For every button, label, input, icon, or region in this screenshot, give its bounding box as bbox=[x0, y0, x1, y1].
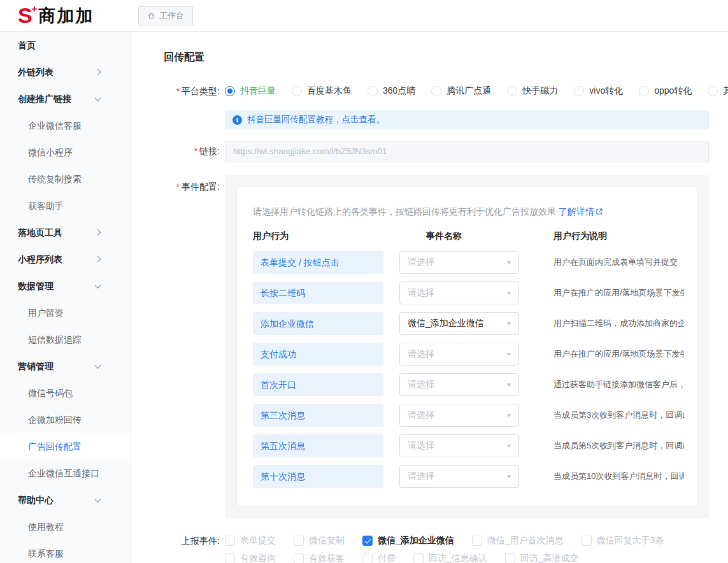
chevron-down-icon: ▼ bbox=[506, 443, 512, 448]
sidebar-item-wechat-number-pack[interactable]: 微信号码包 bbox=[0, 380, 131, 406]
checkbox-icon bbox=[225, 553, 235, 563]
checkbox-icon bbox=[582, 536, 592, 546]
radio-douyin[interactable]: 抖音巨量 bbox=[225, 85, 276, 97]
event-row-first-message: 首次开口 请选择▼ 通过获客助手链接添加微信客户后，当微... bbox=[253, 373, 684, 396]
checkbox-callback-info-confirm[interactable]: 回访_信息确认 bbox=[413, 553, 487, 563]
column-user-behavior: 用户行为 bbox=[253, 231, 383, 242]
link-row: *链接: https://wl.shangjiake.com/l/bZ5JN3s… bbox=[164, 141, 728, 162]
main-content: 回传配置 *平台类型: 抖音巨量 百度基木鱼 360点睛 腾讯广点通 快手磁力 … bbox=[131, 32, 728, 563]
checkbox-icon bbox=[362, 553, 373, 563]
behavior-pill[interactable]: 首次开口 bbox=[253, 373, 383, 396]
logo-s-mark: S bbox=[18, 4, 32, 26]
sidebar-item-data-management[interactable]: 数据管理 bbox=[0, 273, 131, 299]
sidebar-item-wecom-fans-callback[interactable]: 企微加粉回传 bbox=[0, 406, 131, 433]
behavior-pill[interactable]: 第三次消息 bbox=[253, 404, 383, 427]
tutorial-notice[interactable]: i 抖音巨量回传配置教程，点击查看。 bbox=[225, 110, 709, 129]
platform-radio-group: 抖音巨量 百度基木鱼 360点睛 腾讯广点通 快手磁力 vivo转化 oppo转… bbox=[225, 81, 728, 101]
sidebar-item-contact-support[interactable]: 联系客服 bbox=[0, 540, 131, 563]
checkbox-wechat-copy[interactable]: 微信复制 bbox=[294, 535, 345, 546]
sidebar-item-user-leads[interactable]: 用户留资 bbox=[0, 299, 131, 326]
event-select[interactable]: 微信_添加企业微信▼ bbox=[399, 312, 519, 335]
radio-icon bbox=[639, 86, 649, 96]
checkbox-form-submit[interactable]: 表单提交 bbox=[225, 535, 276, 546]
column-behavior-desc: 用户行为说明 bbox=[553, 231, 607, 242]
sidebar-item-landing-tools[interactable]: 落地页工具 bbox=[0, 219, 131, 246]
sidebar-item-miniprogram-list[interactable]: 小程序列表 bbox=[0, 246, 131, 273]
checkbox-valid-consult[interactable]: 有效咨询 bbox=[225, 553, 276, 563]
event-row-form-submit: 表单提交 / 按钮点击 请选择▼ 用户在页面内完成表单填写并提交 bbox=[253, 251, 684, 274]
behavior-desc: 用户在推广的应用/落地页场景下发生的... bbox=[553, 287, 684, 299]
event-row-longpress-qrcode: 长按二维码 请选择▼ 用户在推广的应用/落地页场景下发生的... bbox=[253, 282, 684, 304]
chevron-right-icon bbox=[95, 69, 101, 75]
radio-tencent[interactable]: 腾讯广点通 bbox=[431, 85, 491, 97]
sidebar-item-create-promo-link[interactable]: 创建推广链接 bbox=[0, 85, 131, 112]
sidebar-item-copy-search[interactable]: 传统复制搜索 bbox=[0, 166, 131, 192]
behavior-pill[interactable]: 表单提交 / 按钮点击 bbox=[253, 251, 383, 274]
radio-vivo[interactable]: vivo转化 bbox=[574, 85, 623, 97]
radio-icon bbox=[507, 86, 517, 96]
radio-other[interactable]: 其他 bbox=[708, 85, 728, 97]
chevron-down-icon: ▼ bbox=[506, 412, 512, 418]
checkbox-icon bbox=[294, 553, 304, 563]
workspace-tab[interactable]: 工作台 bbox=[138, 6, 193, 25]
event-row-third-message: 第三次消息 请选择▼ 当成员第3次收到客户消息时，回调此事... bbox=[253, 404, 684, 427]
topbar: S + 商加加 工作台 bbox=[0, 0, 728, 32]
event-select[interactable]: 请选择▼ bbox=[399, 251, 519, 274]
event-select[interactable]: 请选择▼ bbox=[399, 404, 519, 427]
event-select[interactable]: 请选择▼ bbox=[399, 343, 519, 366]
sidebar-item-tutorial[interactable]: 使用教程 bbox=[0, 513, 131, 540]
brand-logo[interactable]: S + 商加加 bbox=[0, 4, 131, 27]
tutorial-notice-text: 抖音巨量回传配置教程，点击查看。 bbox=[247, 114, 385, 125]
radio-oppo[interactable]: oppo转化 bbox=[639, 85, 692, 97]
checkbox-payment[interactable]: 付费 bbox=[362, 553, 396, 563]
chevron-down-icon: ▼ bbox=[506, 351, 512, 357]
sidebar-item-sms-tracking[interactable]: 短信数据追踪 bbox=[0, 326, 131, 353]
sidebar-item-marketing[interactable]: 营销管理 bbox=[0, 353, 131, 380]
sidebar-item-lead-assistant[interactable]: 获客助手 bbox=[0, 192, 131, 219]
checkbox-wechat-add-wecom[interactable]: 微信_添加企业微信 bbox=[362, 535, 454, 546]
behavior-desc: 通过获客助手链接添加微信客户后，当微... bbox=[553, 379, 684, 390]
page-title: 回传配置 bbox=[164, 51, 728, 64]
behavior-pill[interactable]: 第十次消息 bbox=[253, 465, 383, 488]
column-event-name: 事件名称 bbox=[399, 231, 519, 242]
behavior-desc: 用户在页面内完成表单填写并提交 bbox=[553, 257, 684, 268]
event-select[interactable]: 请选择▼ bbox=[399, 465, 519, 488]
chevron-down-icon bbox=[95, 362, 101, 369]
required-mark: * bbox=[194, 146, 197, 156]
event-row-tenth-message: 第十次消息 请选择▼ 当成员第10次收到客户消息时，回调此事... bbox=[253, 465, 684, 488]
checkbox-callback-high-intent[interactable]: 回访_高潜成交 bbox=[505, 553, 579, 563]
chevron-down-icon bbox=[95, 496, 101, 502]
behavior-pill[interactable]: 添加企业微信 bbox=[253, 312, 383, 335]
sidebar-item-wecom-service[interactable]: 企业微信客服 bbox=[0, 112, 131, 139]
chevron-down-icon: ▼ bbox=[506, 381, 512, 387]
radio-360[interactable]: 360点睛 bbox=[368, 85, 415, 97]
checkbox-icon bbox=[472, 536, 482, 546]
radio-baidu[interactable]: 百度基木鱼 bbox=[292, 85, 352, 97]
logo-plus-mark: + bbox=[32, 4, 38, 13]
chevron-right-icon bbox=[95, 229, 101, 236]
checkbox-checked-icon bbox=[362, 536, 373, 546]
event-config-card: 请选择用户转化链路上的各类事件，按链路回传将更有利于优化广告投放效果 了解详情 … bbox=[236, 187, 697, 506]
radio-kuaishou[interactable]: 快手磁力 bbox=[507, 85, 558, 97]
sidebar-item-wechat-miniprogram[interactable]: 微信小程序 bbox=[0, 139, 131, 166]
learn-more-link[interactable]: 了解详情 bbox=[559, 206, 603, 217]
behavior-pill[interactable]: 长按二维码 bbox=[253, 282, 383, 304]
behavior-pill[interactable]: 支付成功 bbox=[253, 343, 383, 366]
checkbox-valid-lead[interactable]: 有效获客 bbox=[294, 553, 345, 563]
event-select[interactable]: 请选择▼ bbox=[399, 282, 519, 304]
behavior-pill[interactable]: 第五次消息 bbox=[253, 434, 383, 457]
checkbox-wechat-reply-gt3[interactable]: 微信回复大于3条 bbox=[582, 535, 664, 546]
sidebar-item-external-links[interactable]: 外链列表 bbox=[0, 59, 131, 85]
platform-type-label: *平台类型: bbox=[164, 81, 220, 101]
sidebar-item-wecom-interconnect[interactable]: 企业微信互通接口 bbox=[0, 460, 131, 487]
checkbox-icon bbox=[225, 536, 235, 546]
sidebar-item-help-center[interactable]: 帮助中心 bbox=[0, 487, 131, 513]
event-select[interactable]: 请选择▼ bbox=[399, 434, 519, 457]
event-select[interactable]: 请选择▼ bbox=[399, 373, 519, 396]
chevron-down-icon bbox=[95, 282, 101, 289]
sidebar-item-home[interactable]: 首页 bbox=[0, 32, 131, 59]
checkbox-wechat-first-message[interactable]: 微信_用户首次消息 bbox=[472, 535, 564, 546]
logo-name: 商加加 bbox=[38, 4, 94, 27]
sidebar-item-ad-callback-config[interactable]: 广告回传配置 bbox=[0, 433, 131, 460]
report-checkbox-line-1: 表单提交 微信复制 微信_添加企业微信 微信_用户首次消息 微信回复大于3条 bbox=[225, 535, 682, 546]
